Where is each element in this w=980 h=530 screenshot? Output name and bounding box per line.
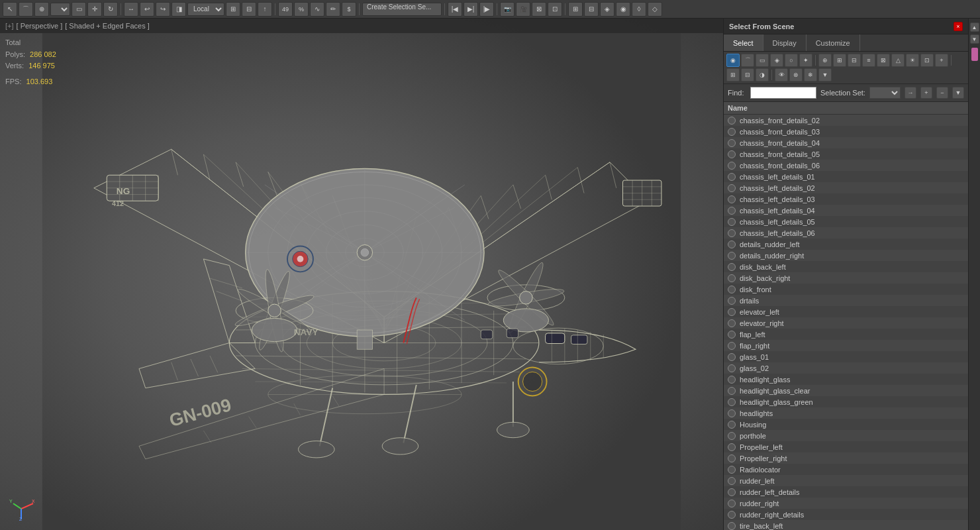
list-item[interactable]: Housing	[724, 419, 968, 430]
panel-close-button[interactable]: ×	[954, 22, 963, 31]
list-item[interactable]: headlight_glass	[724, 374, 968, 385]
paint-icon-btn[interactable]: ○	[785, 54, 798, 67]
tool-extra6[interactable]: ◇	[648, 2, 662, 17]
list-item[interactable]: chassis_front_details_06	[724, 160, 968, 171]
find-add-btn[interactable]: +	[920, 87, 932, 99]
find-input[interactable]	[750, 87, 816, 99]
select-icon-btn[interactable]: ◉	[726, 54, 740, 67]
list-item[interactable]: flap_left	[724, 329, 968, 340]
list-item[interactable]: tire_back_left	[724, 520, 968, 530]
edge-btn-1[interactable]: ▲	[970, 23, 979, 32]
list-item[interactable]: elevator_left	[724, 306, 968, 317]
list-item[interactable]: rudder_right_details	[724, 509, 968, 520]
freeze-icon-btn[interactable]: ❄	[804, 68, 817, 81]
list-item[interactable]: headlight_glass_clear	[724, 385, 968, 396]
tool-cam1[interactable]: 📷	[500, 2, 514, 17]
list-item[interactable]: rudder_right	[724, 498, 968, 509]
filter-dropdown[interactable]: All	[50, 3, 70, 16]
list-item[interactable]: chassis_left_details_02	[724, 182, 968, 193]
tab-customize[interactable]: Customize	[807, 34, 860, 51]
list-item[interactable]: chassis_front_details_04	[724, 137, 968, 148]
list-item[interactable]: flap_right	[724, 340, 968, 351]
viewport[interactable]: [+] [ Perspective ] [ Shaded + Edged Fac…	[0, 19, 723, 530]
coord-dropdown[interactable]: Local World	[187, 3, 224, 16]
list-item[interactable]: porthole	[724, 430, 968, 441]
tool-extra1[interactable]: ⊞	[568, 2, 583, 17]
selection-set-dropdown[interactable]	[869, 87, 901, 99]
list-item[interactable]: Radiolocator	[724, 464, 968, 475]
list-item[interactable]: chassis_front_details_03	[724, 126, 968, 137]
tool-move[interactable]: ✛	[87, 2, 102, 17]
obj-icon-btn[interactable]: ⊞	[833, 54, 846, 67]
list-item[interactable]: chassis_left_details_05	[724, 216, 968, 227]
none-icon-btn[interactable]: ⊟	[741, 68, 754, 81]
cam-icon-btn[interactable]: ⊡	[920, 54, 934, 67]
list-item[interactable]: details_rudder_right	[724, 250, 968, 261]
tool-num1[interactable]: 49	[278, 2, 293, 17]
invert-icon-btn[interactable]: ◑	[756, 68, 769, 81]
tool-cam3[interactable]: ⊠	[532, 2, 546, 17]
list-item[interactable]: chassis_left_details_03	[724, 193, 968, 205]
tool-align[interactable]: ⊟	[242, 2, 256, 17]
list-item[interactable]: disk_front	[724, 284, 968, 295]
layer-icon-btn[interactable]: ≡	[862, 54, 875, 67]
light-icon-btn[interactable]: ☀	[906, 54, 919, 67]
tool-undo[interactable]: ↩	[140, 2, 154, 17]
object-list[interactable]: chassis_front_details_02chassis_front_de…	[724, 115, 968, 530]
tool-percent[interactable]: %	[294, 2, 309, 17]
list-item[interactable]: details_rudder_left	[724, 238, 968, 250]
display-icon-btn[interactable]: 👁	[775, 68, 788, 81]
tool-rotate[interactable]: ↻	[103, 2, 118, 17]
helper-icon-btn[interactable]: +	[935, 54, 948, 67]
group-icon-btn[interactable]: ⊟	[848, 54, 861, 67]
list-item[interactable]: rudder_left_details	[724, 486, 968, 498]
list-item[interactable]: headlights	[724, 407, 968, 419]
tool-snap[interactable]: ⊕	[34, 2, 49, 17]
list-item[interactable]: Propeller_right	[724, 452, 968, 464]
bone-icon-btn[interactable]: ⊠	[877, 54, 890, 67]
tool-scale[interactable]: ↔	[124, 2, 138, 17]
tool-extra5[interactable]: ◊	[632, 2, 646, 17]
tool-extra4[interactable]: ◉	[616, 2, 630, 17]
tool-pivot[interactable]: ⊞	[226, 2, 240, 17]
hide-icon-btn[interactable]: ⊗	[789, 68, 803, 81]
list-item[interactable]: drtails	[724, 295, 968, 306]
list-item[interactable]: chassis_left_details_01	[724, 171, 968, 182]
wand-icon-btn[interactable]: ✦	[799, 54, 812, 67]
all-icon-btn[interactable]: ⊞	[726, 68, 740, 81]
tool-select[interactable]: ↖	[3, 2, 17, 17]
tool-anim3[interactable]: |▶	[479, 2, 494, 17]
tool-extra2[interactable]: ⊟	[584, 2, 599, 17]
find-del-btn[interactable]: −	[936, 87, 948, 99]
geo-icon-btn[interactable]: △	[891, 54, 905, 67]
list-item[interactable]: chassis_front_details_02	[724, 115, 968, 126]
filter-icon-btn[interactable]: ▼	[818, 68, 832, 81]
tool-redo[interactable]: ↪	[156, 2, 170, 17]
tool-rect[interactable]: ▭	[72, 2, 86, 17]
lasso-icon-btn[interactable]: ⌒	[741, 54, 754, 67]
list-item[interactable]: rudder_left	[724, 475, 968, 486]
list-item[interactable]: Propeller_left	[724, 441, 968, 452]
list-item[interactable]: disk_back_left	[724, 261, 968, 272]
node-icon-btn[interactable]: ⊕	[818, 54, 832, 67]
tool-extra3[interactable]: ◈	[600, 2, 614, 17]
tool-normal[interactable]: ↑	[258, 2, 272, 17]
tab-display[interactable]: Display	[763, 34, 807, 51]
list-item[interactable]: chassis_left_details_06	[724, 227, 968, 238]
tool-render[interactable]: ◨	[172, 2, 186, 17]
fence-icon-btn[interactable]: ◈	[770, 54, 783, 67]
tool-script[interactable]: $	[342, 2, 356, 17]
find-select-btn[interactable]: →	[905, 87, 916, 99]
list-item[interactable]: glass_01	[724, 351, 968, 362]
tool-lasso[interactable]: ⌒	[19, 2, 33, 17]
list-item[interactable]: chassis_left_details_04	[724, 205, 968, 216]
list-item[interactable]: glass_02	[724, 362, 968, 374]
list-item[interactable]: headlight_glass_green	[724, 396, 968, 407]
tab-select[interactable]: Select	[724, 34, 763, 51]
list-item[interactable]: disk_back_right	[724, 272, 968, 284]
tool-edit[interactable]: ✏	[326, 2, 340, 17]
list-item[interactable]: chassis_front_details_05	[724, 148, 968, 160]
tool-anim1[interactable]: |◀	[448, 2, 462, 17]
edge-btn-2[interactable]: ▼	[970, 34, 979, 44]
tool-anim2[interactable]: ▶|	[464, 2, 478, 17]
